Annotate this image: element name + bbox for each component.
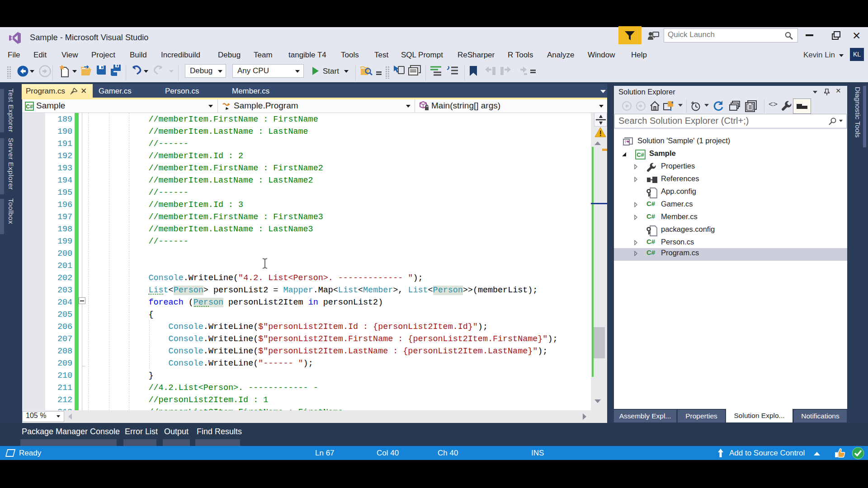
svg-text:C#: C#	[26, 103, 33, 110]
svg-text:C#: C#	[637, 151, 644, 158]
